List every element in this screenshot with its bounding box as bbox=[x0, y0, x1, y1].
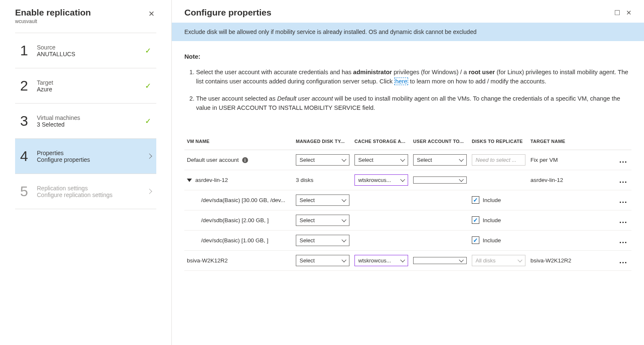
row-menu-icon[interactable]: … bbox=[616, 230, 631, 250]
managed-disk-select[interactable]: Select bbox=[296, 215, 349, 226]
target-name: asrdev-lin-12 bbox=[528, 170, 616, 190]
cache-storage-select[interactable]: Select bbox=[354, 154, 408, 166]
table-row-disk: /dev/sdc(Basic) [1.00 GB, ] Select ✓Incl… bbox=[184, 230, 631, 250]
include-checkbox[interactable]: ✓ bbox=[472, 216, 479, 224]
wizard-step-target[interactable]: 2 Target Azure ✓ bbox=[15, 68, 156, 103]
wizard-step-source[interactable]: 1 Source ANUTALLUCS ✓ bbox=[15, 33, 156, 68]
vm-properties-table: VM NAME MANAGED DISK TY... CACHE STORAGE… bbox=[184, 133, 631, 271]
include-checkbox[interactable]: ✓ bbox=[472, 236, 479, 244]
target-name: bsiva-W2K12R2 bbox=[528, 250, 616, 270]
user-account-select[interactable] bbox=[413, 257, 467, 264]
panel-title: Configure properties bbox=[184, 8, 272, 18]
cache-storage-select[interactable]: wtskrowcus... bbox=[354, 255, 408, 266]
managed-disk-select[interactable]: Select bbox=[296, 235, 349, 246]
col-disks-replicate[interactable]: DISKS TO REPLICATE bbox=[469, 133, 528, 150]
row-menu-icon[interactable]: … bbox=[616, 210, 631, 230]
col-cache-storage[interactable]: CACHE STORAGE A... bbox=[352, 133, 411, 150]
chevron-right-icon bbox=[147, 189, 152, 194]
row-menu-icon[interactable]: … bbox=[616, 190, 631, 210]
table-row-disk: /dev/sdb(Basic) [2.00 GB, ] Select ✓Incl… bbox=[184, 210, 631, 230]
user-account-select[interactable]: Select bbox=[413, 154, 467, 166]
close-icon[interactable]: ✕ bbox=[626, 9, 631, 17]
user-account-select[interactable] bbox=[413, 176, 467, 184]
disk-name: /dev/sdb(Basic) [2.00 GB, ] bbox=[184, 210, 293, 230]
row-name: asrdev-lin-12 bbox=[195, 177, 228, 183]
properties-panel: Configure properties ☐ ✕ Exclude disk wi… bbox=[172, 0, 644, 345]
disks-replicate-select: Need to select ... bbox=[472, 154, 525, 166]
table-row-vm1: asrdev-lin-12 3 disks wtskrowcus... asrd… bbox=[184, 170, 631, 190]
managed-disk-select[interactable]: Select bbox=[296, 154, 349, 166]
here-link[interactable]: here bbox=[394, 78, 408, 85]
managed-disk-select[interactable]: Select bbox=[296, 255, 349, 266]
wizard-steps-panel: Enable replication wcusvault ✕ 1 Source … bbox=[0, 0, 172, 345]
disk-name: /dev/sdc(Basic) [1.00 GB, ] bbox=[184, 230, 293, 250]
managed-disk-value: 3 disks bbox=[293, 170, 352, 190]
include-checkbox[interactable]: ✓ bbox=[472, 196, 479, 204]
disks-replicate-select: All disks bbox=[472, 255, 525, 266]
col-vm-name[interactable]: VM NAME bbox=[184, 133, 293, 150]
table-row-disk: /dev/sda(Basic) [30.00 GB, /dev... Selec… bbox=[184, 190, 631, 210]
check-icon: ✓ bbox=[145, 117, 151, 126]
wizard-step-replication[interactable]: 5 Replication settings Configure replica… bbox=[15, 174, 156, 209]
wizard-step-properties[interactable]: 4 Properties Configure properties bbox=[15, 138, 156, 174]
wizard-step-vms[interactable]: 3 Virtual machines 3 Selected ✓ bbox=[15, 103, 156, 138]
close-icon[interactable]: ✕ bbox=[147, 8, 156, 20]
row-menu-icon[interactable]: … bbox=[616, 250, 631, 270]
cache-storage-select[interactable]: wtskrowcus... bbox=[354, 174, 408, 186]
row-name: bsiva-W2K12R2 bbox=[184, 250, 293, 270]
col-managed-disk[interactable]: MANAGED DISK TY... bbox=[293, 133, 352, 150]
wizard-title: Enable replication bbox=[15, 8, 91, 18]
check-icon: ✓ bbox=[145, 81, 151, 91]
row-menu-icon[interactable]: … bbox=[616, 170, 631, 190]
include-label: Include bbox=[483, 217, 501, 223]
disk-name: /dev/sda(Basic) [30.00 GB, /dev... bbox=[184, 190, 293, 210]
table-row-vm2: bsiva-W2K12R2 Select wtskrowcus... All d… bbox=[184, 250, 631, 270]
maximize-icon[interactable]: ☐ bbox=[614, 9, 620, 17]
table-row-default: Default user account i Select Select Sel… bbox=[184, 150, 631, 170]
check-icon: ✓ bbox=[145, 46, 151, 55]
expand-toggle-icon[interactable] bbox=[187, 179, 192, 182]
row-menu-icon[interactable]: … bbox=[616, 150, 631, 170]
wizard-subtitle: wcusvault bbox=[15, 18, 91, 24]
row-name: Default user account bbox=[187, 157, 239, 163]
target-name: Fix per VM bbox=[528, 150, 616, 170]
include-label: Include bbox=[483, 197, 501, 203]
note-label: Note: bbox=[184, 53, 631, 60]
include-label: Include bbox=[483, 237, 501, 244]
managed-disk-select[interactable]: Select bbox=[296, 195, 349, 206]
info-icon[interactable]: i bbox=[242, 157, 248, 163]
note-item-2: The user account selected as Default use… bbox=[196, 94, 631, 113]
col-target-name[interactable]: TARGET NAME bbox=[528, 133, 616, 150]
chevron-right-icon bbox=[147, 153, 152, 159]
info-banner: Exclude disk will be allowed only if mob… bbox=[172, 23, 644, 41]
note-item-1: Select the user account with accurate cr… bbox=[196, 67, 631, 86]
col-user-account[interactable]: USER ACCOUNT TO... bbox=[411, 133, 469, 150]
